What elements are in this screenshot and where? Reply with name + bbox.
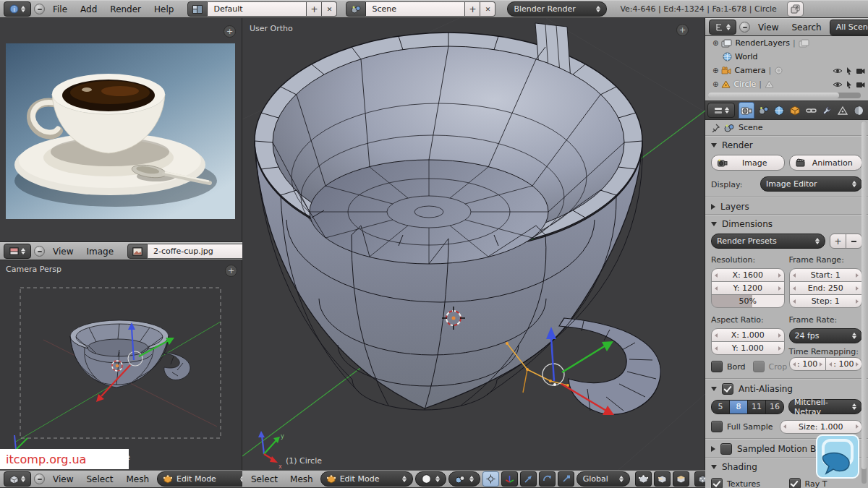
visibility-eye-icon[interactable] xyxy=(833,67,843,74)
main-3d-viewport[interactable]: y x User Ortho (1) Circle xyxy=(242,18,705,470)
mode-select[interactable]: Edit Mode xyxy=(320,471,413,487)
menu-view[interactable]: View xyxy=(48,245,78,258)
anti-aliasing-checkbox[interactable] xyxy=(722,383,733,395)
menu-file[interactable]: File xyxy=(48,3,72,16)
screen-layout-name[interactable]: Default xyxy=(208,1,307,17)
pin-icon[interactable] xyxy=(711,124,720,132)
tab-modifiers[interactable] xyxy=(820,103,834,118)
menu-view[interactable]: View xyxy=(48,473,78,486)
cam-view-panel-toggle[interactable] xyxy=(225,265,237,277)
aspect-y-field[interactable]: Y: 1.000 xyxy=(711,341,785,355)
renderability-camera-icon[interactable] xyxy=(856,81,865,88)
scene-add-button[interactable] xyxy=(465,1,480,17)
resolution-x-field[interactable]: X: 1600 xyxy=(711,268,785,282)
menu-help[interactable]: Help xyxy=(149,3,179,16)
ray-tracing-checkbox[interactable] xyxy=(789,478,801,488)
axis-tripod-button[interactable] xyxy=(501,471,518,487)
ref-view-panel-toggle[interactable] xyxy=(224,25,236,38)
tab-constraints[interactable] xyxy=(804,103,818,118)
image-editor-type-selector[interactable] xyxy=(4,244,31,259)
render-animation-button[interactable]: Animation xyxy=(789,155,863,171)
render-image-button[interactable]: Image xyxy=(711,155,785,171)
limit-to-visible-toggle[interactable] xyxy=(694,471,705,487)
render-presets-select[interactable]: Render Presets xyxy=(711,234,825,249)
mode-select[interactable]: Edit Mode xyxy=(157,471,242,487)
screen-layout-icon[interactable] xyxy=(187,1,208,17)
preset-add-button[interactable] xyxy=(830,234,846,249)
frame-start-field[interactable]: Start: 1 xyxy=(789,268,863,282)
anti-aliasing-panel-header[interactable]: Anti-Aliasing xyxy=(705,379,868,398)
scale-manipulator-button[interactable] xyxy=(558,471,574,487)
tab-object-data[interactable] xyxy=(835,103,850,118)
menu-mesh[interactable]: Mesh xyxy=(122,473,155,486)
display-filter-select[interactable]: All Scenes xyxy=(830,20,868,35)
aa-samples-5-button[interactable]: 5 xyxy=(711,400,730,414)
outliner-row-renderlayers[interactable]: ⊕ RenderLayers | xyxy=(705,36,868,50)
aa-samples-16-button[interactable]: 16 xyxy=(765,400,784,414)
border-checkbox[interactable] xyxy=(711,361,723,372)
frame-rate-select[interactable]: 24 fps xyxy=(789,328,863,343)
transform-orientation-select[interactable]: Global xyxy=(576,471,630,487)
main-view-panel-toggle[interactable] xyxy=(676,24,689,36)
face-select-button[interactable] xyxy=(673,471,689,487)
viewport-shading-select[interactable] xyxy=(415,471,446,487)
resolution-percentage-slider[interactable]: 50% xyxy=(711,294,785,308)
full-sample-checkbox[interactable] xyxy=(711,421,723,432)
crop-checkbox[interactable] xyxy=(753,361,765,372)
motion-blur-checkbox[interactable] xyxy=(720,443,732,455)
layers-panel-header[interactable]: Layers xyxy=(705,197,868,215)
textures-checkbox[interactable] xyxy=(711,478,723,488)
menu-mesh[interactable]: Mesh xyxy=(285,473,318,486)
resolution-y-field[interactable]: Y: 1200 xyxy=(711,281,785,295)
collapse-menus-icon[interactable] xyxy=(34,4,45,14)
aa-samples-8-button[interactable]: 8 xyxy=(729,400,748,414)
translate-manipulator-button[interactable] xyxy=(520,471,537,487)
pivot-point-select[interactable] xyxy=(448,471,480,487)
tab-world[interactable] xyxy=(772,103,786,118)
expand-icon[interactable]: ⊕ xyxy=(712,39,718,47)
render-panel-header[interactable]: Render xyxy=(705,136,868,153)
remap-new-field[interactable]: : 100 xyxy=(825,357,862,371)
menu-render[interactable]: Render xyxy=(105,3,146,16)
outliner-row-camera[interactable]: ⊕ Camera | xyxy=(705,64,868,77)
screen-layout-add-button[interactable] xyxy=(307,1,322,17)
selectability-cursor-icon[interactable] xyxy=(846,80,853,89)
menu-image[interactable]: Image xyxy=(81,245,119,258)
3dview-editor-type-selector[interactable] xyxy=(4,471,31,487)
expand-icon[interactable]: ⊕ xyxy=(712,67,718,74)
menu-select[interactable]: Select xyxy=(81,473,118,486)
vertex-select-button[interactable] xyxy=(635,471,652,487)
display-select[interactable]: Image Editor xyxy=(760,176,862,192)
screen-layout-delete-button[interactable] xyxy=(322,1,337,17)
scene-name[interactable]: Scene xyxy=(366,1,465,17)
editor-type-selector[interactable]: i xyxy=(4,1,31,17)
camera-3d-viewport[interactable]: y Camera Persp (1) Circle xyxy=(0,260,242,470)
menu-search[interactable]: Search xyxy=(786,21,826,34)
image-datablock-icon[interactable] xyxy=(127,244,148,259)
collapse-menus-icon[interactable] xyxy=(34,246,45,257)
edge-select-button[interactable] xyxy=(654,471,671,487)
menu-select[interactable]: Select xyxy=(246,473,283,486)
tab-material[interactable] xyxy=(851,103,866,118)
aa-samples-11-button[interactable]: 11 xyxy=(747,400,766,414)
outliner-type-selector[interactable] xyxy=(709,20,736,35)
outliner-row-circle[interactable]: ⊕ Circle | xyxy=(705,77,868,91)
scene-delete-button[interactable] xyxy=(480,1,495,17)
render-engine-select[interactable]: Blender Render xyxy=(507,1,607,17)
properties-type-selector[interactable] xyxy=(707,103,735,118)
renderability-camera-icon[interactable] xyxy=(856,67,865,74)
properties-vertical-scrollbar[interactable] xyxy=(861,121,867,484)
preset-remove-button[interactable] xyxy=(846,234,862,249)
aa-size-field[interactable]: Size: 1.000 xyxy=(780,420,863,434)
tab-object[interactable] xyxy=(788,103,802,118)
menu-add[interactable]: Add xyxy=(75,3,102,16)
window-duplicate-button[interactable] xyxy=(787,1,804,17)
tab-render[interactable] xyxy=(739,102,754,119)
aa-filter-select[interactable]: Mitchell-Netrav xyxy=(788,399,862,414)
remap-old-field[interactable]: : 100 xyxy=(789,357,826,371)
tab-scene[interactable] xyxy=(756,103,770,118)
collapse-menus-icon[interactable] xyxy=(739,22,750,33)
selectability-cursor-icon[interactable] xyxy=(846,67,853,75)
outliner-row-world[interactable]: World xyxy=(705,50,868,64)
outliner-horizontal-scrollbar[interactable] xyxy=(708,93,861,98)
